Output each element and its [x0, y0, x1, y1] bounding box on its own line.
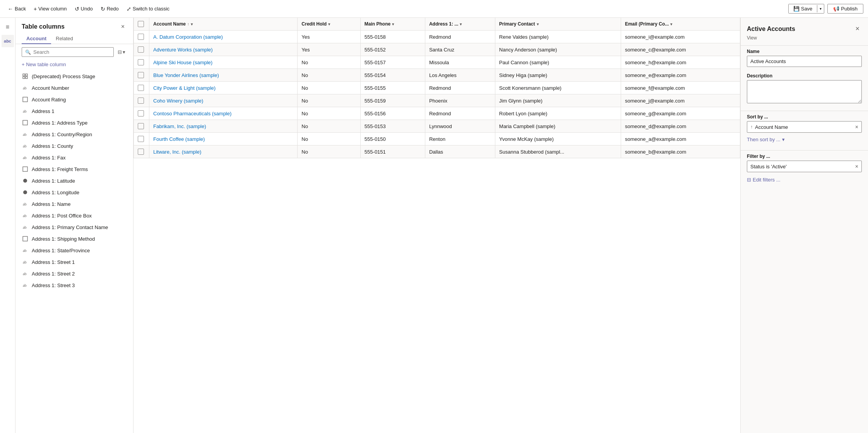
sort-remove-button[interactable]: × [855, 124, 858, 130]
undo-button[interactable]: ↺ Undo [72, 4, 96, 14]
cell-credit-hold: No [298, 94, 361, 107]
view-column-button[interactable]: + View column [31, 4, 70, 14]
row-checkbox[interactable] [138, 46, 144, 53]
row-checkbox[interactable] [138, 34, 144, 40]
redo-button[interactable]: ↻ Redo [98, 4, 122, 14]
columns-panel-tabs: Account Related [15, 33, 133, 44]
grid-area[interactable]: Account Name ↑ ▾ Credit Hold ▾ Mai [134, 18, 740, 433]
column-type-icon [22, 189, 29, 196]
sort-down-icon[interactable]: ▾ [191, 22, 193, 26]
column-item[interactable]: Address 1: Longitude [15, 187, 133, 198]
select-all-checkbox[interactable] [138, 21, 144, 27]
column-item[interactable]: ab Address 1: Fax [15, 152, 133, 163]
switch-classic-button[interactable]: ⤢ Switch to classic [123, 4, 173, 14]
email-chevron-icon[interactable]: ▾ [670, 22, 672, 26]
name-input[interactable] [747, 56, 862, 67]
table-row[interactable]: Fabrikam, Inc. (sample) No 555-0153 Lynn… [134, 120, 740, 133]
svg-text:ab: ab [23, 132, 26, 137]
cell-account-name: Adventure Works (sample) [149, 43, 298, 56]
column-item[interactable]: ab Address 1 [15, 105, 133, 117]
column-type-icon: ab [22, 270, 29, 277]
columns-panel-close-button[interactable]: × [119, 22, 127, 31]
column-item[interactable]: Account Rating [15, 94, 133, 105]
save-chevron-button[interactable]: ▾ [817, 5, 824, 12]
description-label: Description [747, 73, 862, 79]
right-panel-close-button[interactable]: × [853, 24, 862, 34]
primary-contact-chevron-icon[interactable]: ▾ [537, 22, 539, 26]
table-row[interactable]: Alpine Ski House (sample) No 555-0157 Mi… [134, 56, 740, 69]
filter-remove-button[interactable]: × [855, 163, 858, 169]
address-chevron-icon[interactable]: ▾ [460, 22, 462, 26]
cell-credit-hold: No [298, 107, 361, 120]
sort-up-icon[interactable]: ↑ [187, 22, 189, 26]
row-checkbox[interactable] [138, 72, 144, 78]
column-item[interactable]: ab Address 1: County [15, 140, 133, 152]
row-checkbox[interactable] [138, 136, 144, 142]
edit-filters-button[interactable]: ⊟ Edit filters ... [747, 175, 781, 184]
new-column-button[interactable]: + New table column [15, 60, 133, 70]
column-item[interactable]: (Deprecated) Process Stage [15, 70, 133, 82]
table-row[interactable]: Coho Winery (sample) No 555-0159 Phoenix… [134, 94, 740, 107]
column-item[interactable]: ab Address 1: State/Province [15, 245, 133, 256]
cell-account-name: Alpine Ski House (sample) [149, 56, 298, 69]
name-section: Name [741, 49, 868, 73]
right-panel-divider [741, 45, 868, 46]
column-item[interactable]: ab Address 1: Street 1 [15, 256, 133, 268]
search-icon: 🔍 [25, 50, 31, 55]
row-checkbox[interactable] [138, 149, 144, 155]
cell-address: Redmond [425, 107, 495, 120]
tab-account[interactable]: Account [22, 33, 51, 44]
row-checkbox[interactable] [138, 59, 144, 65]
save-button[interactable]: 💾 Save [789, 4, 817, 13]
row-checkbox[interactable] [138, 110, 144, 116]
column-label: Address 1: County [32, 143, 73, 149]
tab-related[interactable]: Related [51, 33, 78, 44]
column-item[interactable]: Address 1: Latitude [15, 175, 133, 187]
menu-icon-button[interactable]: ≡ [2, 21, 14, 33]
columns-panel-title: Table columns [22, 23, 65, 30]
table-row[interactable]: Contoso Pharmaceuticals (sample) No 555-… [134, 107, 740, 120]
filter-button[interactable]: ⊟ ▾ [116, 48, 127, 56]
svg-rect-3 [26, 77, 27, 79]
cell-main-phone: 555-0152 [360, 43, 425, 56]
table-row[interactable]: Adventure Works (sample) Yes 555-0152 Sa… [134, 43, 740, 56]
undo-label: Undo [81, 6, 93, 12]
column-item[interactable]: ab Address 1: Street 2 [15, 268, 133, 279]
column-item[interactable]: Address 1: Address Type [15, 117, 133, 128]
svg-rect-1 [26, 74, 27, 76]
row-checkbox[interactable] [138, 85, 144, 91]
table-row[interactable]: A. Datum Corporation (sample) Yes 555-01… [134, 31, 740, 43]
abc-icon-button[interactable]: abc [2, 35, 14, 47]
columns-search[interactable]: 🔍 [22, 47, 114, 57]
row-checkbox[interactable] [138, 123, 144, 129]
table-row[interactable]: Litware, Inc. (sample) No 555-0151 Dalla… [134, 145, 740, 158]
back-button[interactable]: ← Back [5, 4, 29, 14]
main-phone-chevron-icon[interactable]: ▾ [392, 22, 394, 26]
column-item[interactable]: Address 1: Freight Terms [15, 163, 133, 175]
column-item[interactable]: ab Address 1: Country/Region [15, 128, 133, 140]
credit-hold-chevron-icon[interactable]: ▾ [328, 22, 330, 26]
cell-credit-hold: No [298, 69, 361, 82]
description-input[interactable] [747, 80, 862, 103]
then-sort-button[interactable]: Then sort by ... ▾ [747, 135, 785, 144]
column-label: Address 1: Primary Contact Name [32, 224, 108, 230]
cell-main-phone: 555-0156 [360, 107, 425, 120]
table-row[interactable]: Blue Yonder Airlines (sample) No 555-015… [134, 69, 740, 82]
publish-button[interactable]: 📢 Publish [827, 4, 863, 14]
cell-email: someone_h@example.com [621, 56, 740, 69]
table-row[interactable]: City Power & Light (sample) No 555-0155 … [134, 82, 740, 94]
table-row[interactable]: Fourth Coffee (sample) No 555-0150 Rento… [134, 133, 740, 145]
search-input[interactable] [33, 49, 110, 55]
column-item[interactable]: ab Address 1: Street 3 [15, 279, 133, 291]
row-checkbox[interactable] [138, 98, 144, 104]
column-type-icon: ab [22, 282, 29, 289]
column-item[interactable]: ab Address 1: Primary Contact Name [15, 221, 133, 233]
cell-main-phone: 555-0157 [360, 56, 425, 69]
column-item[interactable]: ab Address 1: Name [15, 198, 133, 210]
col-email: Email (Primary Co... ▾ [621, 18, 740, 31]
column-item[interactable]: ab Address 1: Post Office Box [15, 210, 133, 221]
svg-text:ab: ab [23, 248, 26, 253]
column-item[interactable]: Address 1: Shipping Method [15, 233, 133, 245]
column-item[interactable]: ab Account Number [15, 82, 133, 94]
cell-address: Santa Cruz [425, 43, 495, 56]
